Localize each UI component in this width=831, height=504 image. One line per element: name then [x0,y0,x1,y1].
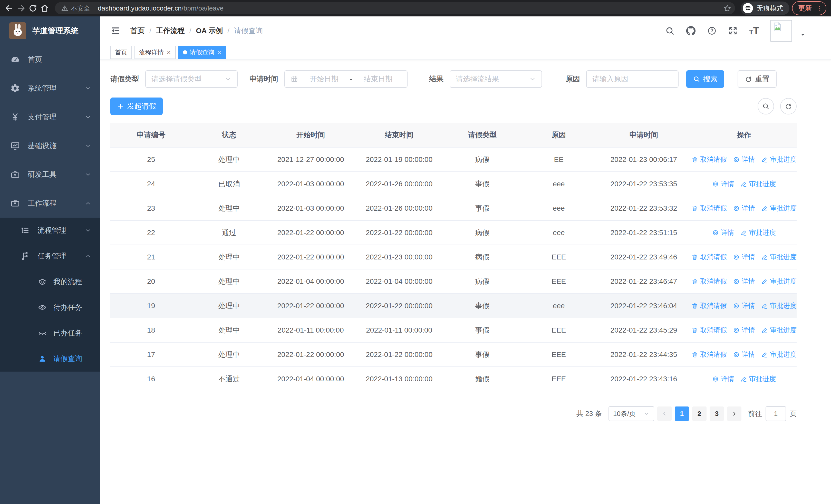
sidebar-fold-icon[interactable] [110,25,121,36]
approval-progress-link[interactable]: 审批进度 [761,155,797,164]
apply-time-range-picker[interactable]: 开始日期 - 结束日期 [284,70,407,88]
detail-link[interactable]: 详情 [733,301,755,310]
detail-link[interactable]: 详情 [712,179,734,188]
result-select[interactable]: 请选择流结果 [450,70,542,88]
breadcrumb-item[interactable]: OA 示例 [196,26,223,36]
breadcrumb-item: 请假查询 [234,26,263,36]
sidebar-item-leave-query[interactable]: 请假查询 [0,346,100,372]
approval-progress-link[interactable]: 审批进度 [761,350,797,359]
menu-dots-icon[interactable] [815,5,823,12]
edit-icon [761,156,768,163]
page-button-1[interactable]: 1 [675,407,689,421]
close-icon[interactable]: × [217,49,222,56]
action-label: 审批进度 [770,326,797,335]
github-icon[interactable] [686,26,696,36]
approval-progress-link[interactable]: 审批进度 [740,228,776,237]
cancel-leave-link[interactable]: 取消请假 [691,253,727,262]
approval-progress-link[interactable]: 审批进度 [761,277,797,286]
approval-progress-link[interactable]: 审批进度 [761,253,797,262]
goto-page-input[interactable] [766,406,786,421]
detail-link[interactable]: 详情 [733,326,755,335]
breadcrumb-item[interactable]: 首页 [131,26,145,36]
page-button-3[interactable]: 3 [710,407,724,421]
row-actions: 取消请假详情审批进度 [691,326,797,335]
sidebar-item-task-management[interactable]: 任务管理 [0,243,100,269]
close-icon[interactable]: × [166,49,171,56]
tab-home[interactable]: 首页 [110,46,132,59]
font-size-icon[interactable]: TT [749,26,759,35]
sidebar-item-done-tasks[interactable]: 已办任务 [0,320,100,346]
cancel-leave-link[interactable]: 取消请假 [691,326,727,335]
search-button[interactable]: 搜索 [686,70,724,88]
hide-search-button[interactable] [757,98,774,114]
cell-type: 病假 [443,220,521,245]
detail-link[interactable]: 详情 [733,277,755,286]
detail-link[interactable]: 详情 [733,253,755,262]
update-button[interactable]: 更新 [792,1,826,15]
detail-link[interactable]: 详情 [733,204,755,213]
cancel-leave-link[interactable]: 取消请假 [691,301,727,310]
cancel-leave-link[interactable]: 取消请假 [691,204,727,213]
back-button[interactable] [5,4,14,13]
url-bar[interactable]: 不安全 dashboard.yudao.iocoder.cn/bpm/oa/le… [55,2,735,14]
action-label: 审批进度 [770,253,797,262]
reset-button[interactable]: 重置 [738,70,777,88]
detail-link[interactable]: 详情 [712,228,734,237]
cancel-leave-link[interactable]: 取消请假 [691,350,727,359]
sidebar-item-dev-tools[interactable]: 研发工具 [0,160,100,189]
caret-down-icon[interactable] [799,31,806,38]
sidebar-item-workflow[interactable]: 工作流程 [0,189,100,217]
tab-label: 流程详情 [139,48,164,56]
avatar[interactable] [770,20,792,41]
create-leave-button[interactable]: 发起请假 [110,97,163,115]
security-indicator[interactable]: 不安全 [61,4,90,12]
approval-progress-link[interactable]: 审批进度 [761,204,797,213]
forward-button[interactable] [17,4,26,13]
tab-process-detail[interactable]: 流程详情× [135,46,176,59]
cancel-leave-link[interactable]: 取消请假 [691,277,727,286]
approval-progress-link[interactable]: 审批进度 [761,301,797,310]
sidebar-item-todo-tasks[interactable]: 待办任务 [0,295,100,320]
sidebar-item-infrastructure[interactable]: 基础设施 [0,131,100,160]
fullscreen-icon[interactable] [728,26,738,36]
incognito-badge: 无痕模式 [741,2,790,15]
home-button[interactable] [40,4,49,13]
sidebar-item-process-management[interactable]: 流程管理 [0,217,100,243]
sidebar-item-system-management[interactable]: 系统管理 [0,74,100,102]
table-row: 24已取消2022-01-03 00:00:002022-01-26 00:00… [110,172,797,196]
detail-link[interactable]: 详情 [712,375,734,383]
action-label: 详情 [742,350,755,359]
chevron-down-icon [85,227,91,234]
result-placeholder: 请选择流结果 [456,74,499,84]
cancel-leave-link[interactable]: 取消请假 [691,155,727,164]
approval-progress-link[interactable]: 审批进度 [740,375,776,383]
page-size-label: 10条/页 [613,409,636,418]
tab-leave-query[interactable]: 请假查询× [178,46,226,59]
approval-progress-link[interactable]: 审批进度 [761,326,797,335]
sidebar-item-my-process[interactable]: 我的流程 [0,269,100,295]
reload-button[interactable] [28,4,37,13]
leave-type-select[interactable]: 请选择请假类型 [145,70,238,88]
help-icon[interactable] [707,26,717,36]
column-header: 结束时间 [355,123,443,147]
briefcase-icon [10,198,20,208]
sidebar-item-home[interactable]: 首页 [0,45,100,74]
refresh-table-button[interactable] [780,98,797,114]
cell-type: 事假 [443,342,521,367]
approval-progress-link[interactable]: 审批进度 [740,179,776,188]
page-button-2[interactable]: 2 [692,407,707,421]
action-label: 取消请假 [700,155,727,164]
prev-page-button[interactable] [657,407,671,421]
bookmark-star-icon[interactable] [723,4,732,12]
next-page-button[interactable] [727,407,741,421]
cell-end: 2022-01-26 00:00:00 [355,196,443,220]
detail-link[interactable]: 详情 [733,155,755,164]
cell-end: 2022-01-04 00:00:00 [355,269,443,294]
sidebar-item-payment-management[interactable]: 支付管理 [0,102,100,131]
detail-link[interactable]: 详情 [733,350,755,359]
page-size-select[interactable]: 10条/页 [608,406,654,421]
reason-input[interactable] [586,70,679,88]
breadcrumb-item[interactable]: 工作流程 [156,26,185,36]
action-label: 详情 [742,155,755,164]
search-icon[interactable] [665,26,675,36]
